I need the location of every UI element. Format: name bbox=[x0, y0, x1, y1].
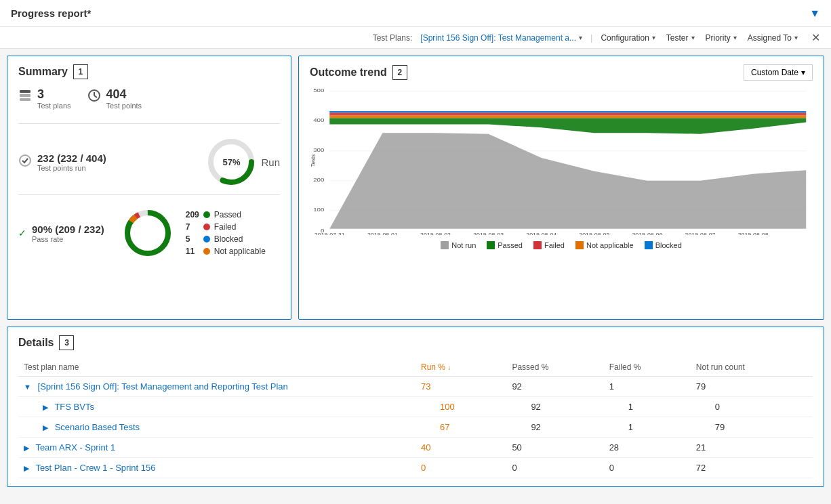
svg-text:2019-08-05: 2019-08-05 bbox=[579, 232, 610, 235]
not-applicable-dot bbox=[203, 248, 210, 255]
col-header-not-run: Not run count bbox=[691, 358, 813, 377]
table-row: ▶ Scenario Based Tests 67 92 1 79 bbox=[18, 417, 813, 438]
passed-color bbox=[487, 241, 495, 249]
svg-text:2019-08-08: 2019-08-08 bbox=[738, 232, 769, 235]
run-percent-label: 57% bbox=[222, 157, 240, 167]
svg-text:300: 300 bbox=[313, 147, 324, 153]
row-name: ▼ [Sprint 156 Sign Off]: Test Management… bbox=[18, 377, 416, 397]
row-run: 40 bbox=[416, 438, 506, 458]
pass-rate-label: Pass rate bbox=[32, 235, 104, 243]
assigned-to-filter[interactable]: Assigned To ▾ bbox=[745, 32, 800, 44]
pass-legend: 209 Passed 7 Failed 5 Blocked bbox=[186, 210, 266, 256]
expand-icon[interactable]: ▼ bbox=[24, 383, 31, 391]
expand-icon[interactable]: ▶ bbox=[43, 423, 48, 432]
row-name: ▶ Test Plan - Crew 1 - Sprint 156 bbox=[18, 458, 416, 478]
svg-rect-0 bbox=[20, 90, 31, 93]
main-content: Summary 1 3 Test plans bbox=[0, 49, 831, 494]
svg-text:Tests: Tests bbox=[310, 154, 317, 167]
top-row: Summary 1 3 Test plans bbox=[7, 56, 824, 320]
svg-text:200: 200 bbox=[313, 177, 324, 183]
row-not-run: 72 bbox=[691, 458, 813, 478]
col-header-passed: Passed % bbox=[506, 358, 603, 377]
custom-date-button[interactable]: Custom Date ▾ bbox=[744, 64, 813, 81]
row-passed: 92 bbox=[506, 417, 603, 438]
test-points-run-label: Test points run bbox=[37, 164, 106, 172]
row-failed: 28 bbox=[604, 438, 691, 458]
details-panel-title: Details 3 bbox=[18, 335, 813, 350]
table-row: ▶ Test Plan - Crew 1 - Sprint 156 0 0 0 … bbox=[18, 458, 813, 478]
svg-line-5 bbox=[94, 96, 97, 98]
svg-marker-27 bbox=[329, 118, 806, 134]
test-points-label: Test points bbox=[106, 102, 142, 110]
svg-rect-2 bbox=[20, 98, 31, 101]
svg-point-6 bbox=[20, 155, 31, 166]
pass-donut bbox=[121, 206, 175, 260]
summary-panel-title: Summary 1 bbox=[18, 64, 280, 79]
row-name: ▶ Scenario Based Tests bbox=[18, 417, 416, 438]
test-points-value: 404 bbox=[106, 87, 142, 102]
expand-icon[interactable]: ▶ bbox=[24, 464, 29, 472]
svg-marker-30 bbox=[329, 111, 806, 112]
summary-number: 1 bbox=[73, 64, 88, 79]
page-title: Progress report* bbox=[11, 7, 91, 19]
row-run: 0 bbox=[416, 458, 506, 478]
blocked-color bbox=[645, 241, 653, 249]
details-title: Details bbox=[18, 337, 54, 349]
passed-dot bbox=[203, 211, 210, 218]
row-not-run: 21 bbox=[691, 438, 813, 458]
svg-text:400: 400 bbox=[313, 117, 324, 123]
test-points-icon bbox=[87, 89, 101, 106]
svg-marker-28 bbox=[329, 115, 806, 118]
legend-failed: 7 Failed bbox=[186, 222, 266, 232]
test-plans-label: Test Plans: bbox=[373, 33, 413, 43]
row-passed: 50 bbox=[506, 438, 603, 458]
row-not-run: 79 bbox=[691, 417, 813, 438]
close-filter-button[interactable]: ✕ bbox=[811, 31, 820, 44]
row-failed: 1 bbox=[604, 377, 691, 397]
svg-text:2019-08-01: 2019-08-01 bbox=[367, 232, 399, 235]
priority-filter[interactable]: Priority ▾ bbox=[703, 32, 739, 44]
run-donut: 57% bbox=[204, 135, 258, 189]
svg-text:2019-07-31: 2019-07-31 bbox=[315, 232, 346, 235]
app-header: Progress report* ▼ bbox=[0, 0, 831, 27]
test-points-run-stat: 232 (232 / 404) Test points run bbox=[18, 152, 106, 172]
expand-icon[interactable]: ▶ bbox=[43, 403, 48, 411]
svg-rect-1 bbox=[20, 94, 31, 97]
blocked-dot bbox=[203, 236, 210, 243]
details-table: Test plan name Run % ↓ Passed % Failed %… bbox=[18, 358, 813, 478]
filter-bar: Test Plans: [Sprint 156 Sign Off]: Test … bbox=[0, 27, 831, 49]
test-plans-value: 3 bbox=[37, 87, 71, 102]
pass-section: ✓ 90% (209 / 232) Pass rate bbox=[18, 206, 280, 260]
test-plans-filter[interactable]: [Sprint 156 Sign Off]: Test Management a… bbox=[418, 32, 585, 44]
legend-chart-passed: Passed bbox=[487, 241, 523, 249]
sort-icon: ↓ bbox=[447, 364, 451, 371]
summary-title: Summary bbox=[18, 66, 68, 78]
configuration-filter[interactable]: Configuration ▾ bbox=[598, 32, 657, 44]
run-text: Run bbox=[261, 156, 280, 168]
expand-icon[interactable]: ▶ bbox=[24, 444, 29, 452]
row-passed: 92 bbox=[506, 397, 603, 417]
filter-icon[interactable]: ▼ bbox=[809, 7, 820, 20]
outcome-chart: 500 400 300 200 100 0 bbox=[310, 86, 813, 235]
legend-passed: 209 Passed bbox=[186, 210, 266, 219]
table-row: ▼ [Sprint 156 Sign Off]: Test Management… bbox=[18, 377, 813, 397]
row-not-run: 0 bbox=[691, 397, 813, 417]
svg-text:2019-08-02: 2019-08-02 bbox=[420, 232, 451, 235]
test-plans-icon bbox=[18, 89, 32, 106]
svg-text:100: 100 bbox=[313, 207, 324, 213]
row-run: 67 bbox=[416, 417, 506, 438]
legend-chart-not-applicable: Not applicable bbox=[575, 241, 634, 249]
svg-marker-26 bbox=[329, 133, 806, 228]
col-header-name: Test plan name bbox=[18, 358, 416, 377]
tester-filter[interactable]: Tester ▾ bbox=[664, 32, 697, 44]
row-failed: 1 bbox=[604, 397, 691, 417]
svg-text:2019-08-06: 2019-08-06 bbox=[632, 232, 663, 235]
pass-rate-stat: ✓ 90% (209 / 232) Pass rate bbox=[18, 224, 104, 243]
details-panel: Details 3 Test plan name Run % ↓ Passed … bbox=[7, 327, 824, 487]
svg-text:500: 500 bbox=[313, 87, 324, 93]
col-header-run[interactable]: Run % ↓ bbox=[416, 358, 506, 377]
svg-text:2019-08-07: 2019-08-07 bbox=[685, 232, 716, 235]
chart-legend: Not run Passed Failed Not applicable bbox=[310, 241, 813, 249]
summary-panel: Summary 1 3 Test plans bbox=[7, 56, 291, 320]
test-points-stat: 404 Test points bbox=[87, 87, 142, 110]
